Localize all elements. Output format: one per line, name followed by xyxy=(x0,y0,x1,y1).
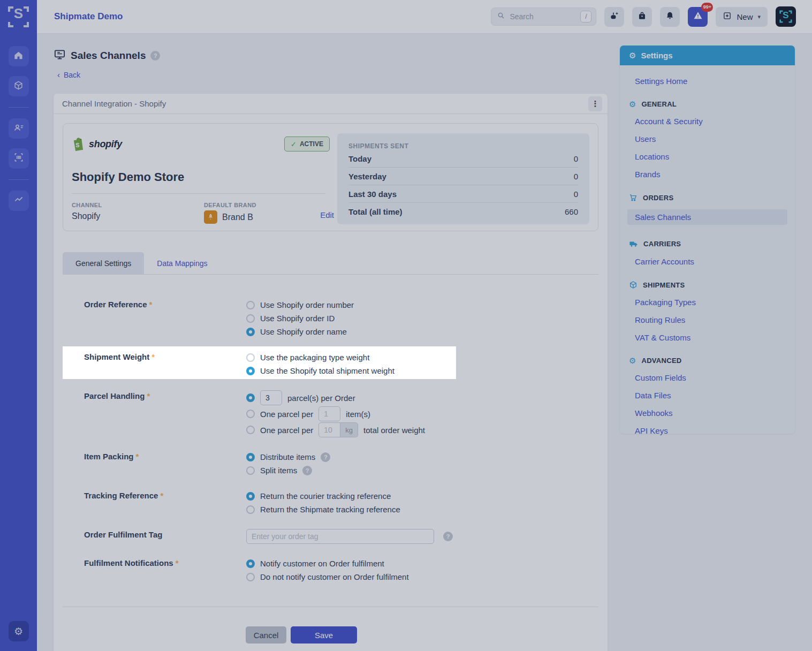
divider xyxy=(72,193,325,194)
radio-option[interactable]: Return the courier tracking reference xyxy=(246,489,400,503)
order-reference-label: Order Reference* xyxy=(84,298,246,338)
user-avatar[interactable]: S xyxy=(776,6,796,27)
save-button[interactable]: Save xyxy=(291,626,357,644)
tracking-reference-row: Tracking Reference* Return the courier t… xyxy=(63,489,598,516)
radio-button[interactable] xyxy=(246,353,255,362)
ai-assistant-button[interactable] xyxy=(604,7,624,27)
general-settings-form: Order Reference* Use Shopify order numbe… xyxy=(63,298,598,644)
settings-link-locations[interactable]: Locations xyxy=(635,152,795,161)
tab-data-mappings[interactable]: Data Mappings xyxy=(144,252,220,274)
brand-rocket-icon xyxy=(204,210,217,224)
required-mark: * xyxy=(147,391,150,400)
radio-option[interactable]: Distribute items? xyxy=(246,450,330,464)
settings-link-packaging-types[interactable]: Packaging Types xyxy=(635,298,795,307)
radio-button[interactable] xyxy=(246,466,255,475)
radio-button[interactable] xyxy=(246,505,255,514)
monitor-icon xyxy=(54,48,66,63)
edit-brand-link[interactable]: Edit xyxy=(320,210,334,219)
robot-sparkle-icon xyxy=(609,10,620,23)
app-title: Shipmate Demo xyxy=(54,11,123,22)
help-icon[interactable]: ? xyxy=(321,452,330,462)
shipment-weight-label: Shipment Weight* xyxy=(84,351,246,377)
radio-button-selected[interactable] xyxy=(246,559,255,568)
settings-link-account-security[interactable]: Account & Security xyxy=(635,117,795,126)
radio-button[interactable] xyxy=(246,573,255,581)
settings-link-users[interactable]: Users xyxy=(635,134,795,143)
sidebar-item-analytics[interactable] xyxy=(9,191,29,211)
radio-option[interactable]: parcel(s) per Order xyxy=(246,390,425,406)
radio-option[interactable]: Use Shopify order number xyxy=(246,298,354,312)
radio-button-selected[interactable] xyxy=(246,367,255,375)
shopify-wordmark: shopify xyxy=(89,139,122,150)
truck-icon xyxy=(629,239,638,248)
help-icon[interactable]: ? xyxy=(302,466,312,475)
order-tag-input[interactable] xyxy=(246,529,434,544)
settings-link-carrier-accounts[interactable]: Carrier Accounts xyxy=(635,257,795,266)
settings-link-data-files[interactable]: Data Files xyxy=(635,391,795,400)
radio-button[interactable] xyxy=(246,301,255,309)
settings-link-api-keys[interactable]: API Keys xyxy=(635,426,795,435)
status-badge: ✓ ACTIVE xyxy=(284,137,330,152)
logo-letter: S xyxy=(0,5,37,22)
radio-button-selected[interactable] xyxy=(246,492,255,501)
radio-button-selected[interactable] xyxy=(246,328,255,336)
sidebar-divider xyxy=(9,107,29,108)
card-title: Channel Integration - Shopify xyxy=(62,99,166,108)
settings-link-brands[interactable]: Brands xyxy=(635,170,795,179)
search-box[interactable]: / xyxy=(491,7,596,26)
radio-option[interactable]: Use Shopify order name xyxy=(246,325,354,338)
kebab-menu-button[interactable]: ⋮ xyxy=(588,96,602,111)
radio-button-selected[interactable] xyxy=(246,393,255,402)
help-icon[interactable]: ? xyxy=(443,532,453,541)
radio-option[interactable]: Split items? xyxy=(246,464,330,477)
app-logo[interactable]: S xyxy=(0,0,37,34)
required-mark: * xyxy=(136,452,139,461)
sidebar-item-home[interactable] xyxy=(9,46,29,66)
radio-button[interactable] xyxy=(246,410,255,418)
store-button[interactable] xyxy=(632,7,652,27)
back-link[interactable]: ‹Back xyxy=(57,70,80,79)
radio-button[interactable] xyxy=(246,314,255,323)
help-icon[interactable]: ? xyxy=(150,51,160,60)
sidebar-item-barcode[interactable] xyxy=(9,148,29,169)
item-packing-row: Item Packing* Distribute items? Split it… xyxy=(63,450,598,477)
settings-link-sales-channels[interactable]: Sales Channels xyxy=(627,209,787,225)
tab-general-settings[interactable]: General Settings xyxy=(63,252,144,274)
radio-option[interactable]: One parcel per item(s) xyxy=(246,406,425,422)
settings-home-link[interactable]: Settings Home xyxy=(635,77,795,86)
weight-per-parcel-input[interactable] xyxy=(318,422,340,437)
radio-option[interactable]: One parcel per kg total order weight xyxy=(246,422,425,438)
parcels-per-order-input[interactable] xyxy=(260,390,282,405)
radio-option[interactable]: Notify customer on Order fulfilment xyxy=(246,557,409,570)
radio-option[interactable]: Use the Shopify total shipment weight xyxy=(246,364,394,377)
radio-button-selected[interactable] xyxy=(246,453,255,461)
required-mark: * xyxy=(176,558,179,567)
alerts-button[interactable]: 99+ xyxy=(688,7,708,27)
page-title: Sales Channels xyxy=(71,50,146,62)
cancel-button[interactable]: Cancel xyxy=(246,626,286,644)
radio-option[interactable]: Do not notify customer on Order fulfilme… xyxy=(246,570,409,584)
radio-button[interactable] xyxy=(246,426,255,434)
order-fulfilment-tag-label: Order Fulfilment Tag xyxy=(84,528,246,544)
new-button[interactable]: New ▾ xyxy=(716,7,768,27)
shopify-bag-icon: S xyxy=(72,137,86,152)
required-mark: * xyxy=(151,352,155,361)
home-icon xyxy=(13,50,24,63)
radio-option[interactable]: Use Shopify order ID xyxy=(246,312,354,325)
settings-link-custom-fields[interactable]: Custom Fields xyxy=(635,373,795,382)
sidebar-item-shipments[interactable] xyxy=(9,76,29,96)
sidebar-item-contacts[interactable] xyxy=(9,118,29,139)
settings-link-webhooks[interactable]: Webhooks xyxy=(635,408,795,418)
notifications-button[interactable] xyxy=(660,7,680,27)
settings-link-routing-rules[interactable]: Routing Rules xyxy=(635,315,795,324)
chevron-down-icon: ▾ xyxy=(757,13,761,20)
sidebar-item-settings[interactable]: ⚙ xyxy=(9,621,29,641)
radio-option[interactable]: Use the packaging type weight xyxy=(246,351,394,364)
settings-link-vat-customs[interactable]: VAT & Customs xyxy=(635,333,795,342)
items-per-parcel-input[interactable] xyxy=(318,406,340,421)
gear-icon: ⚙ xyxy=(14,626,23,637)
search-input[interactable] xyxy=(510,12,574,21)
app-sidebar: S ⚙ xyxy=(0,0,37,651)
radio-option[interactable]: Return the Shipmate tracking reference xyxy=(246,503,400,516)
required-mark: * xyxy=(149,300,153,309)
